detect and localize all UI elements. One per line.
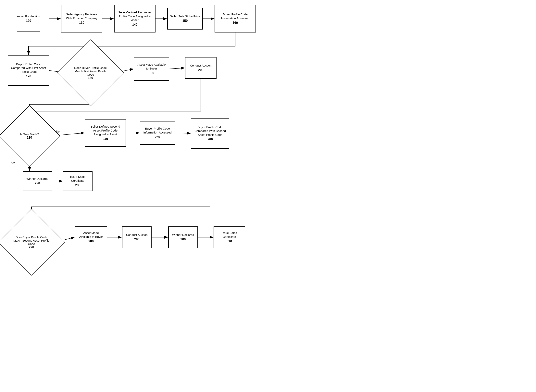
node-300: Winner Declared 300 (168, 226, 198, 248)
node-310-label: Issue Sales Certificate (216, 231, 243, 239)
node-290-label: Conduct Auction (126, 233, 148, 237)
node-130: Seller Agency Registers With Provider Co… (61, 5, 102, 33)
node-270: DoesBuyer Profile Code Match Second Asse… (8, 219, 55, 266)
node-160-label: Buyer Profile Code Information Accessed (217, 12, 254, 20)
node-160-num: 160 (233, 21, 238, 25)
node-210-label: Is Sale Made? (20, 132, 39, 136)
node-270-label: DoesBuyer Profile Code Match Second Asse… (13, 235, 49, 246)
node-250-num: 250 (155, 135, 160, 139)
node-230-num: 230 (75, 183, 80, 187)
node-210: Is Sale Made? 210 (8, 114, 51, 158)
node-200: Conduct Auction 200 (185, 57, 217, 79)
node-200-num: 200 (198, 68, 203, 72)
node-240-num: 240 (103, 137, 108, 141)
node-220: Winner Declared 220 (23, 171, 52, 191)
node-190: Asset Made Available to Buyer 190 (134, 57, 169, 81)
node-190-num: 190 (149, 71, 154, 75)
node-290-num: 290 (134, 238, 139, 242)
svg-line-11 (175, 133, 190, 133)
node-180-num: 180 (88, 76, 93, 79)
node-280: Asset Made Available to Buyer 280 (75, 226, 107, 248)
node-150-num: 150 (182, 19, 188, 23)
node-300-label: Winner Declared (172, 233, 194, 237)
node-170-label: Buyer Profile Code Compared With First A… (10, 62, 47, 74)
node-260: Buyer Profile Code Compared With Second … (191, 118, 229, 149)
node-120: Asset For Auction 120 (8, 6, 49, 32)
node-160: Buyer Profile Code Information Accessed … (215, 5, 256, 33)
node-230: Issue Sales Certificate 230 (63, 171, 92, 191)
node-230-label: Issue Sales Certificate (65, 175, 90, 182)
node-260-num: 260 (208, 137, 213, 142)
node-140-label: Seller-Defined First Asset Profile Code … (116, 10, 153, 22)
node-200-label: Conduct Auction (190, 64, 211, 68)
node-130-num: 130 (79, 21, 84, 25)
node-310-num: 310 (227, 239, 232, 243)
node-150: Seller Sets Strike Price 150 (167, 8, 203, 29)
node-120-label: Asset For Auction (17, 14, 40, 18)
node-140: Seller-Defined First Asset Profile Code … (114, 5, 156, 33)
node-290: Conduct Auction 290 (122, 226, 152, 248)
node-240-label: Seller-Defined Second Asset Profile Code… (87, 125, 124, 136)
node-270-num: 270 (29, 246, 34, 249)
node-250: Buyer Profile Code Information Accessed … (140, 121, 175, 145)
flowchart-container: No Yes Asset For Auction 120 Seller Agen… (0, 0, 536, 392)
node-310: Issue Sales Certificate 310 (214, 226, 245, 248)
node-220-label: Winner Declared (26, 177, 48, 181)
node-280-num: 280 (88, 239, 94, 243)
node-120-num: 120 (26, 19, 31, 23)
node-150-label: Seller Sets Strike Price (170, 14, 200, 18)
node-250-label: Buyer Profile Code Information Accessed (142, 127, 173, 134)
node-300-num: 300 (180, 238, 186, 242)
svg-line-7 (169, 68, 185, 69)
node-180-label: Does Buyer Profile Code Match First Asse… (74, 66, 107, 76)
node-170-num: 170 (26, 75, 31, 79)
node-170: Buyer Profile Code Compared With First A… (8, 55, 49, 86)
node-260-label: Buyer Profile Code Compared With Second … (193, 125, 227, 137)
node-130-label: Seller Agency Registers With Provider Co… (63, 12, 100, 20)
node-220-num: 220 (35, 181, 40, 186)
node-140-num: 140 (132, 23, 138, 27)
node-280-label: Asset Made Available to Buyer (77, 231, 105, 239)
node-240: Seller-Defined Second Asset Profile Code… (85, 119, 126, 147)
node-210-num: 210 (27, 136, 32, 139)
yes-label: Yes (11, 161, 15, 165)
node-190-label: Asset Made Available to Buyer (136, 63, 167, 70)
node-180: Does Buyer Profile Code Match First Asse… (67, 49, 114, 97)
